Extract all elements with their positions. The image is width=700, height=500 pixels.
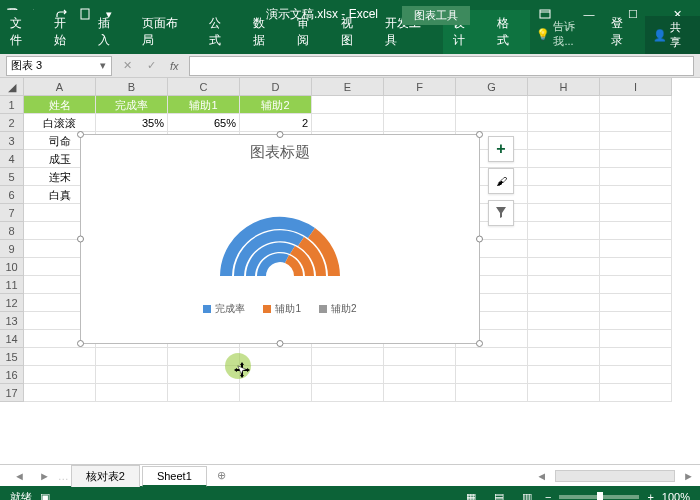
tab-view[interactable]: 视图 bbox=[331, 10, 375, 54]
cell[interactable] bbox=[96, 348, 168, 366]
share-button[interactable]: 👤共享 bbox=[645, 16, 700, 54]
cell[interactable] bbox=[600, 132, 672, 150]
row-header[interactable]: 12 bbox=[0, 294, 24, 312]
cell[interactable] bbox=[528, 330, 600, 348]
cell[interactable] bbox=[528, 186, 600, 204]
tab-formula[interactable]: 公式 bbox=[199, 10, 243, 54]
row-header[interactable]: 16 bbox=[0, 366, 24, 384]
cell[interactable] bbox=[600, 258, 672, 276]
scroll-right-icon[interactable]: ► bbox=[677, 470, 700, 482]
cell[interactable] bbox=[312, 96, 384, 114]
name-box-input[interactable] bbox=[7, 60, 95, 72]
row-header[interactable]: 14 bbox=[0, 330, 24, 348]
cell[interactable] bbox=[528, 294, 600, 312]
name-box-dropdown-icon[interactable]: ▾ bbox=[95, 59, 111, 72]
sheet-tab[interactable]: 核对表2 bbox=[71, 465, 140, 487]
login-button[interactable]: 登录 bbox=[601, 10, 645, 54]
row-header[interactable]: 1 bbox=[0, 96, 24, 114]
row-header[interactable]: 17 bbox=[0, 384, 24, 402]
chart-plot-area[interactable] bbox=[81, 166, 479, 296]
cell[interactable] bbox=[600, 276, 672, 294]
resize-handle[interactable] bbox=[277, 340, 284, 347]
cell[interactable] bbox=[528, 168, 600, 186]
normal-view-icon[interactable]: ▦ bbox=[461, 489, 481, 500]
row-header[interactable]: 7 bbox=[0, 204, 24, 222]
col-header[interactable]: C bbox=[168, 78, 240, 96]
cancel-icon[interactable]: ✕ bbox=[118, 59, 136, 72]
cell[interactable] bbox=[528, 348, 600, 366]
resize-handle[interactable] bbox=[476, 340, 483, 347]
sheet-tab-active[interactable]: Sheet1 bbox=[142, 466, 207, 487]
select-all-corner[interactable]: ◢ bbox=[0, 78, 24, 96]
row-header[interactable]: 3 bbox=[0, 132, 24, 150]
cell[interactable] bbox=[528, 366, 600, 384]
sheet-nav-prev-icon[interactable]: ◄ bbox=[8, 470, 31, 482]
row-header[interactable]: 5 bbox=[0, 168, 24, 186]
formula-input[interactable] bbox=[189, 56, 694, 76]
chart-title[interactable]: 图表标题 bbox=[81, 135, 479, 166]
tab-insert[interactable]: 插入 bbox=[88, 10, 132, 54]
horizontal-scrollbar[interactable] bbox=[555, 470, 675, 482]
chart-object[interactable]: 图表标题 完成率 辅助1 辅助2 bbox=[80, 134, 480, 344]
cell[interactable]: 2 bbox=[240, 114, 312, 132]
zoom-in-icon[interactable]: + bbox=[647, 491, 653, 500]
cell[interactable] bbox=[240, 384, 312, 402]
cell[interactable] bbox=[600, 96, 672, 114]
row-header[interactable]: 13 bbox=[0, 312, 24, 330]
tab-review[interactable]: 审阅 bbox=[287, 10, 331, 54]
cell[interactable] bbox=[96, 384, 168, 402]
cell[interactable] bbox=[528, 258, 600, 276]
cell[interactable] bbox=[456, 348, 528, 366]
col-header[interactable]: A bbox=[24, 78, 96, 96]
chart-filters-button[interactable] bbox=[488, 200, 514, 226]
tab-format[interactable]: 格式 bbox=[487, 10, 531, 54]
scroll-left-icon[interactable]: ◄ bbox=[530, 470, 553, 482]
resize-handle[interactable] bbox=[277, 131, 284, 138]
legend-item[interactable]: 辅助1 bbox=[263, 302, 301, 316]
col-header[interactable]: B bbox=[96, 78, 168, 96]
cell[interactable] bbox=[312, 114, 384, 132]
cell[interactable] bbox=[456, 114, 528, 132]
col-header[interactable]: G bbox=[456, 78, 528, 96]
zoom-out-icon[interactable]: − bbox=[545, 491, 551, 500]
page-break-view-icon[interactable]: ▥ bbox=[517, 489, 537, 500]
macro-record-icon[interactable]: ▣ bbox=[40, 491, 50, 501]
cell[interactable] bbox=[600, 294, 672, 312]
cell[interactable] bbox=[384, 366, 456, 384]
cell[interactable]: 辅助1 bbox=[168, 96, 240, 114]
cell[interactable] bbox=[600, 204, 672, 222]
cell[interactable] bbox=[528, 222, 600, 240]
cell[interactable] bbox=[384, 384, 456, 402]
resize-handle[interactable] bbox=[77, 131, 84, 138]
cell[interactable] bbox=[24, 384, 96, 402]
tab-data[interactable]: 数据 bbox=[243, 10, 287, 54]
tell-me[interactable]: 💡告诉我... bbox=[530, 14, 601, 54]
resize-handle[interactable] bbox=[77, 236, 84, 243]
new-sheet-button[interactable]: ⊕ bbox=[209, 469, 234, 482]
cell[interactable] bbox=[600, 384, 672, 402]
chart-styles-button[interactable]: 🖌 bbox=[488, 168, 514, 194]
cell[interactable] bbox=[528, 240, 600, 258]
cell[interactable] bbox=[528, 312, 600, 330]
chart-legend[interactable]: 完成率 辅助1 辅助2 bbox=[81, 296, 479, 322]
col-header[interactable]: D bbox=[240, 78, 312, 96]
cell[interactable] bbox=[456, 96, 528, 114]
row-header[interactable]: 4 bbox=[0, 150, 24, 168]
cell[interactable]: 白滚滚 bbox=[24, 114, 96, 132]
cell[interactable] bbox=[600, 168, 672, 186]
cell[interactable] bbox=[528, 384, 600, 402]
col-header[interactable]: F bbox=[384, 78, 456, 96]
cell[interactable] bbox=[528, 96, 600, 114]
enter-icon[interactable]: ✓ bbox=[142, 59, 160, 72]
cell[interactable] bbox=[600, 150, 672, 168]
legend-item[interactable]: 辅助2 bbox=[319, 302, 357, 316]
row-header[interactable]: 15 bbox=[0, 348, 24, 366]
cell[interactable] bbox=[600, 330, 672, 348]
cell[interactable] bbox=[528, 204, 600, 222]
cell[interactable] bbox=[600, 312, 672, 330]
cell[interactable] bbox=[600, 240, 672, 258]
col-header[interactable]: E bbox=[312, 78, 384, 96]
row-header[interactable]: 10 bbox=[0, 258, 24, 276]
cell[interactable] bbox=[528, 150, 600, 168]
cell[interactable] bbox=[528, 114, 600, 132]
